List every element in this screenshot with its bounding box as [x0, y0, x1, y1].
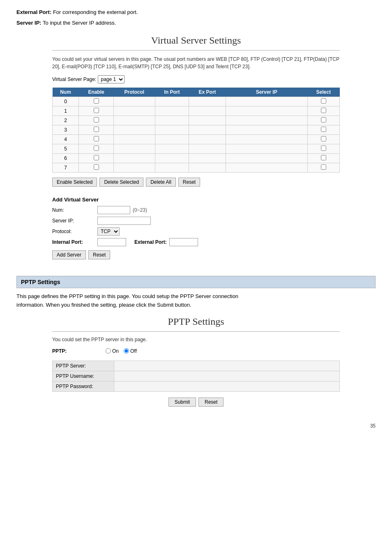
reset-button[interactable]: Reset	[178, 178, 200, 187]
col-server-ip: Server IP	[226, 88, 307, 97]
server-ip-intro: Server IP: To input the Server IP addres…	[16, 19, 376, 27]
add-server-reset-button[interactable]: Reset	[88, 250, 110, 259]
col-num: Num	[53, 88, 79, 97]
external-port-input[interactable]	[169, 238, 198, 246]
external-port-text: For corresponding the external port.	[53, 9, 138, 15]
table-row: 7	[53, 163, 340, 173]
select-checkbox[interactable]	[321, 146, 326, 151]
row-num: 5	[53, 144, 79, 154]
col-select: Select	[307, 88, 339, 97]
row-enable[interactable]	[79, 97, 114, 106]
select-checkbox[interactable]	[321, 117, 326, 123]
select-checkbox[interactable]	[321, 164, 326, 170]
pptp-field-label: PPTP Server:	[53, 361, 114, 371]
pptp-off-option[interactable]: Off	[124, 348, 137, 354]
server-ip-input[interactable]	[97, 217, 151, 225]
table-row: 0	[53, 97, 340, 106]
col-enable: Enable	[79, 88, 114, 97]
row-in-port	[155, 163, 189, 173]
pptp-on-option[interactable]: On	[106, 348, 119, 354]
virtual-server-page-select[interactable]: page 1	[98, 75, 125, 83]
delete-all-button[interactable]: Delete All	[146, 178, 176, 187]
select-checkbox[interactable]	[321, 136, 326, 141]
row-enable[interactable]	[79, 125, 114, 135]
row-server-ip	[226, 125, 307, 135]
row-num: 3	[53, 125, 79, 135]
select-checkbox[interactable]	[321, 98, 326, 104]
row-enable[interactable]	[79, 144, 114, 154]
row-num: 2	[53, 116, 79, 125]
pptp-info: You could set the PPTP server in this pa…	[52, 337, 340, 342]
select-checkbox[interactable]	[321, 155, 326, 160]
pptp-field-value[interactable]	[114, 361, 340, 371]
add-server-button[interactable]: Add Server	[52, 250, 86, 259]
select-checkbox[interactable]	[321, 108, 326, 113]
delete-selected-button[interactable]: Delete Selected	[99, 178, 143, 187]
enable-checkbox[interactable]	[94, 108, 99, 113]
virtual-server-title: Virtual Server Settings	[52, 35, 340, 46]
row-server-ip	[226, 97, 307, 106]
enable-checkbox[interactable]	[94, 127, 99, 132]
enable-checkbox[interactable]	[94, 155, 99, 160]
row-enable[interactable]	[79, 163, 114, 173]
pptp-on-label: On	[112, 348, 119, 354]
pptp-field-input[interactable]	[118, 363, 191, 369]
row-server-ip	[226, 163, 307, 173]
pptp-title: PPTP Settings	[52, 316, 340, 327]
row-select[interactable]	[307, 97, 339, 106]
row-select[interactable]	[307, 125, 339, 135]
row-enable[interactable]	[79, 154, 114, 163]
row-ex-port	[189, 97, 226, 106]
row-num: 7	[53, 163, 79, 173]
pptp-settings-container: PPTP Settings You could set the PPTP ser…	[52, 316, 340, 407]
enable-checkbox[interactable]	[94, 164, 99, 170]
virtual-server-table: Num Enable Protocol In Port Ex Port Serv…	[52, 88, 340, 173]
row-in-port	[155, 154, 189, 163]
enable-checkbox[interactable]	[94, 117, 99, 123]
pptp-off-radio[interactable]	[124, 348, 129, 354]
pptp-field-value[interactable]	[114, 371, 340, 381]
row-select[interactable]	[307, 116, 339, 125]
pptp-toggle-label: PPTP:	[52, 348, 106, 354]
add-vs-title: Add Virtual Server	[52, 197, 340, 203]
select-checkbox[interactable]	[321, 127, 326, 132]
protocol-row: Protocol: TCP UDP	[52, 227, 340, 236]
row-protocol	[114, 106, 155, 116]
external-port-intro: External Port: For corresponding the ext…	[16, 8, 376, 16]
row-enable[interactable]	[79, 116, 114, 125]
row-select[interactable]	[307, 135, 339, 144]
pptp-header-bar: PPTP Settings	[16, 276, 376, 288]
row-select[interactable]	[307, 106, 339, 116]
internal-port-input[interactable]	[97, 238, 126, 246]
pptp-field-row: PPTP Server:	[53, 361, 340, 371]
row-select[interactable]	[307, 144, 339, 154]
protocol-select[interactable]: TCP UDP	[97, 227, 120, 236]
pptp-on-radio[interactable]	[106, 348, 111, 354]
row-select[interactable]	[307, 163, 339, 173]
pptp-radio-group: On Off	[106, 348, 137, 354]
row-in-port	[155, 125, 189, 135]
protocol-label: Protocol:	[52, 229, 97, 234]
row-server-ip	[226, 154, 307, 163]
row-protocol	[114, 144, 155, 154]
pptp-field-input[interactable]	[118, 383, 191, 390]
row-in-port	[155, 106, 189, 116]
pptp-field-value[interactable]	[114, 381, 340, 391]
divider-1	[52, 50, 340, 51]
enable-checkbox[interactable]	[94, 98, 99, 104]
row-ex-port	[189, 116, 226, 125]
row-enable[interactable]	[79, 135, 114, 144]
enable-selected-button[interactable]: Enable Selected	[52, 178, 97, 187]
row-enable[interactable]	[79, 106, 114, 116]
enable-checkbox[interactable]	[94, 146, 99, 151]
num-input[interactable]	[97, 206, 130, 214]
enable-checkbox[interactable]	[94, 136, 99, 141]
row-server-ip	[226, 135, 307, 144]
pptp-reset-button[interactable]: Reset	[198, 398, 224, 407]
row-num: 6	[53, 154, 79, 163]
pptp-submit-button[interactable]: Submit	[168, 398, 196, 407]
table-row: 2	[53, 116, 340, 125]
row-select[interactable]	[307, 154, 339, 163]
table-row: 5	[53, 144, 340, 154]
pptp-field-input[interactable]	[118, 373, 191, 379]
